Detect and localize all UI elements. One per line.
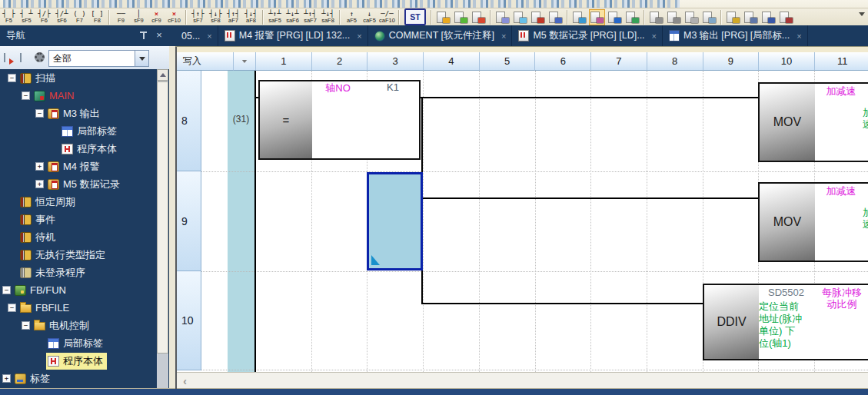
tree-item[interactable]: 局部标签: [0, 122, 169, 140]
ladder-tool-f8[interactable]: [ ]F8: [88, 8, 106, 25]
ladder-tool-cf9[interactable]: ×cF9: [148, 8, 165, 25]
collapse-box-icon[interactable]: −: [2, 286, 11, 294]
ladder-tool-sf5[interactable]: ┤ ┴sF5: [18, 8, 35, 25]
statement-edit-icon[interactable]: [453, 9, 469, 25]
collapse-box-icon[interactable]: −: [8, 74, 16, 82]
ddiv-operand-device[interactable]: SD5502: [758, 287, 814, 298]
wire-branch-icon[interactable]: [547, 9, 564, 25]
tree-item[interactable]: +M5 数据记录: [0, 175, 169, 193]
gear-icon[interactable]: [35, 52, 45, 62]
statement-batch-icon[interactable]: [494, 9, 510, 25]
tree-item[interactable]: +标签: [0, 370, 169, 387]
tree-item[interactable]: −MAIN: [0, 87, 169, 105]
tree-filter-icon[interactable]: [3, 51, 16, 64]
find-replace-icon[interactable]: [589, 9, 605, 25]
ladder-tool-af7[interactable]: ┤↑┤aF7: [224, 8, 242, 25]
document-tab[interactable]: M5 数据记录 [PRG] [LD]...×: [512, 25, 663, 46]
ladder-tool-f6[interactable]: ┤/├F6: [35, 8, 53, 25]
tree-item[interactable]: +M4 报警: [0, 158, 169, 175]
document-tab[interactable]: 05...×: [175, 25, 218, 46]
tree-scrollbar[interactable]: [157, 69, 168, 388]
tab-close-icon[interactable]: ×: [207, 32, 211, 41]
delete-row-icon[interactable]: [666, 9, 682, 25]
tree-item[interactable]: −FBFILE: [0, 299, 169, 317]
toolbar-overflow-icon[interactable]: [859, 12, 865, 19]
insert-row-icon[interactable]: [648, 9, 664, 25]
document-tab[interactable]: M3 输出 [PRG] [局部标...×: [663, 25, 808, 46]
ladder-tool-f5[interactable]: ┤ ├F5: [0, 8, 18, 25]
monitor-start-icon[interactable]: [760, 9, 777, 25]
statement-list-icon[interactable]: [683, 9, 700, 25]
document-tab[interactable]: M4 报警 [PRG] [LD] 132...×: [218, 25, 368, 46]
tab-close-icon[interactable]: ×: [357, 32, 361, 41]
ladder-tool-saf6[interactable]: ┴↓┴saF6: [284, 8, 301, 25]
ladder-tool-sf9[interactable]: │sF9: [130, 8, 148, 25]
tree-item[interactable]: 局部标签: [0, 334, 169, 352]
tree-item[interactable]: −FB/FUN: [0, 281, 169, 299]
selected-cell[interactable]: [367, 172, 423, 271]
compare-operand2-device[interactable]: K1: [365, 81, 421, 93]
tab-close-icon[interactable]: ×: [796, 32, 801, 41]
inline-st-button[interactable]: ST: [404, 8, 426, 25]
edit-wire-icon[interactable]: [530, 9, 546, 25]
tree-item[interactable]: −M3 输出: [0, 105, 169, 122]
find-device-icon[interactable]: [571, 9, 587, 25]
collapse-box-icon[interactable]: −: [35, 109, 44, 118]
ladder-tool-cf10[interactable]: ×cF10: [165, 8, 183, 25]
device-batch-icon[interactable]: [624, 9, 640, 25]
expand-box-icon[interactable]: +: [2, 374, 11, 383]
ladder-tool-saf5[interactable]: ┴↑┴saF5: [266, 8, 284, 25]
device-display-icon[interactable]: [607, 9, 623, 25]
note-edit-icon[interactable]: [471, 9, 487, 25]
mode-dropdown[interactable]: [233, 52, 255, 71]
pin-icon[interactable]: [139, 32, 148, 40]
ladder-tool-saf8[interactable]: ┴↓┤saF8: [319, 8, 337, 25]
scroll-left-button[interactable]: ‹: [178, 374, 192, 387]
compare-operand1-comment[interactable]: 轴NO: [311, 81, 365, 95]
check-program-icon[interactable]: [725, 9, 741, 25]
cross-reference-icon[interactable]: [743, 9, 759, 25]
ladder-tool-af5[interactable]: ↑aF5: [343, 8, 361, 25]
scroll-up-button[interactable]: [157, 69, 168, 81]
collapse-box-icon[interactable]: −: [22, 91, 30, 100]
expand-box-icon[interactable]: +: [35, 180, 44, 188]
ladder-tool-sf8[interactable]: ┤↓├sF8: [207, 8, 224, 25]
device-comment-edit-icon[interactable]: [435, 9, 451, 25]
mode-cell[interactable]: 写入: [177, 52, 233, 71]
tree-item[interactable]: 程序本体: [0, 352, 169, 370]
tree-item[interactable]: 程序本体: [0, 140, 169, 158]
tree-item[interactable]: −电机控制: [0, 317, 169, 334]
ladder-tool-af8[interactable]: ┤↓┤aF8: [242, 8, 260, 25]
tab-close-icon[interactable]: ×: [652, 32, 657, 41]
ladder-tool-sf7[interactable]: ┤↑├sF7: [189, 8, 207, 25]
ladder-tool-f7[interactable]: ( )F7: [71, 8, 88, 25]
dropdown-arrow-icon[interactable]: [135, 51, 148, 66]
tree-item[interactable]: 恒定周期: [0, 193, 169, 211]
tree-item[interactable]: 事件: [0, 211, 169, 228]
close-icon[interactable]: ×: [153, 25, 165, 46]
note-batch-icon[interactable]: [512, 9, 528, 25]
monitor-stop-icon[interactable]: [778, 9, 794, 25]
tab-close-icon[interactable]: ×: [501, 32, 506, 41]
ladder-tool-sf6[interactable]: ┤/┴sF6: [53, 8, 71, 25]
row-header-8[interactable]: 8: [177, 71, 201, 171]
ladder-tool-caf5[interactable]: ↓caF5: [361, 8, 378, 25]
tree-item[interactable]: −扫描: [0, 69, 169, 87]
ladder-tool-f9[interactable]: ──F9: [112, 8, 130, 25]
scrollbar-thumb[interactable]: [157, 81, 168, 354]
document-tab[interactable]: COMMENT [软元件注释]×: [368, 25, 513, 46]
row-header-10[interactable]: 10: [177, 271, 201, 370]
expand-box-icon[interactable]: +: [35, 162, 44, 171]
tree-item[interactable]: 无执行类型指定: [0, 246, 169, 264]
tree-item[interactable]: 待机: [0, 228, 169, 246]
collapse-box-icon[interactable]: −: [8, 304, 16, 312]
horizontal-scrollbar[interactable]: ‹: [175, 372, 868, 389]
collapse-box-icon[interactable]: −: [22, 321, 30, 330]
tree-view-icon[interactable]: [19, 51, 32, 64]
ladder-tool-caf10[interactable]: ─/─caF10: [378, 8, 396, 25]
note-list-icon[interactable]: [701, 9, 717, 25]
ladder-tool-saf7[interactable]: ┴↑┤saF7: [301, 8, 319, 25]
tree-item[interactable]: 未登录程序: [0, 264, 169, 281]
tree-filter-dropdown[interactable]: 全部: [48, 50, 149, 67]
row-header-9[interactable]: 9: [177, 171, 201, 271]
